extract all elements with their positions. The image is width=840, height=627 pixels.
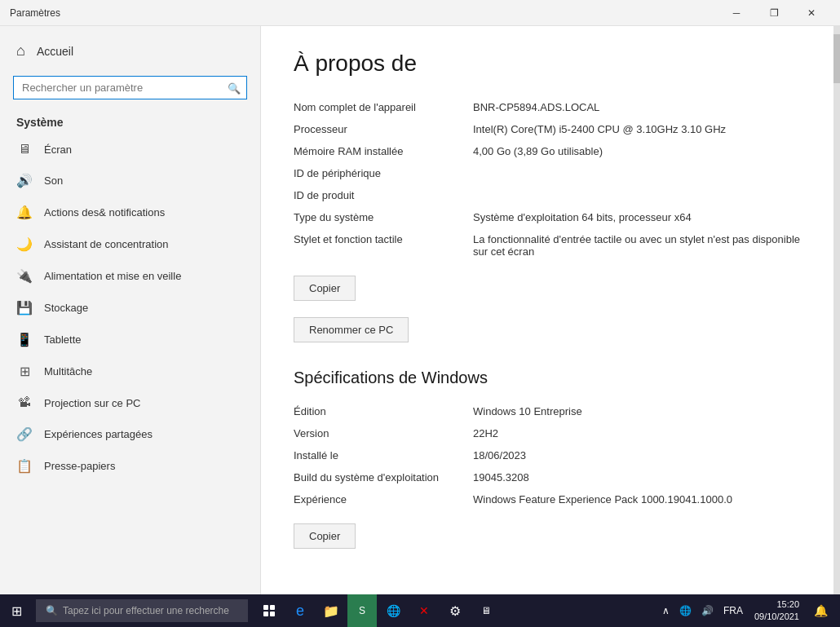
label-device-id: ID de périphérique bbox=[294, 167, 473, 179]
value-ram: 4,00 Go (3,89 Go utilisable) bbox=[473, 145, 801, 157]
label-processor: Processeur bbox=[294, 123, 473, 135]
sidebar-item-multitache[interactable]: ⊞ Multitâche bbox=[0, 355, 260, 387]
label-version: Version bbox=[294, 427, 473, 439]
copy-button-2[interactable]: Copier bbox=[294, 523, 356, 549]
value-experience: Windows Feature Experience Pack 1000.190… bbox=[473, 493, 801, 506]
sidebar-item-assistant[interactable]: 🌙 Assistant de concentration bbox=[0, 228, 260, 260]
sidebar-item-label: Tablette bbox=[44, 333, 82, 346]
svg-rect-3 bbox=[270, 612, 275, 616]
info-row: Type du système Système d'exploitation 6… bbox=[294, 206, 801, 228]
power-icon: 🔌 bbox=[16, 268, 33, 284]
label-experience: Expérience bbox=[294, 493, 473, 506]
ie-icon[interactable]: e bbox=[285, 594, 315, 627]
label-product-id: ID de produit bbox=[294, 189, 473, 201]
value-device-name: BNR-CP5894.ADS.LOCAL bbox=[473, 101, 801, 113]
sidebar-item-label: Écran bbox=[44, 144, 72, 156]
taskbar-time-display: 15:20 bbox=[754, 598, 799, 611]
projection-icon: 📽 bbox=[16, 395, 33, 410]
value-build: 19045.3208 bbox=[473, 471, 801, 483]
label-device-name: Nom complet de l'appareil bbox=[294, 101, 473, 113]
screen-icon: 🖥 bbox=[16, 142, 33, 157]
windows-info-section: Édition Windows 10 Entreprise Version 22… bbox=[294, 400, 801, 510]
sidebar-item-label: Multitâche bbox=[44, 365, 92, 378]
taskbar-date-display: 09/10/2021 bbox=[754, 611, 799, 623]
info-row: Édition Windows 10 Entreprise bbox=[294, 400, 801, 422]
chevron-up-icon[interactable]: ∧ bbox=[659, 603, 673, 618]
sidebar-item-presse-papiers[interactable]: 📋 Presse-papiers bbox=[0, 450, 260, 482]
sidebar-home[interactable]: ⌂ Accueil bbox=[0, 33, 260, 69]
tablet-icon: 📱 bbox=[16, 332, 33, 347]
home-icon: ⌂ bbox=[16, 42, 25, 60]
svg-rect-2 bbox=[263, 612, 268, 616]
minimize-button[interactable]: ─ bbox=[718, 0, 755, 26]
app1-icon[interactable]: S bbox=[347, 594, 377, 627]
label-ram: Mémoire RAM installée bbox=[294, 145, 473, 157]
copy-button-1[interactable]: Copier bbox=[294, 276, 356, 301]
sidebar-item-tablette[interactable]: 📱 Tablette bbox=[0, 324, 260, 355]
sidebar: ⌂ Accueil 🔍 Système 🖥 Écran 🔊 Son 🔔 Acti… bbox=[0, 26, 261, 594]
info-row: Mémoire RAM installée 4,00 Go (3,89 Go u… bbox=[294, 140, 801, 162]
network-icon[interactable]: 🌐 bbox=[676, 603, 695, 618]
sidebar-item-son[interactable]: 🔊 Son bbox=[0, 165, 260, 196]
value-processor: Intel(R) Core(TM) i5-2400 CPU @ 3.10GHz … bbox=[473, 123, 801, 135]
language-label[interactable]: FRA bbox=[720, 603, 746, 618]
title-bar: Paramètres ─ ❐ ✕ bbox=[0, 0, 840, 26]
value-stylus: La fonctionnalité d'entrée tactile ou av… bbox=[473, 233, 801, 258]
label-build: Build du système d'exploitation bbox=[294, 471, 473, 483]
svg-rect-0 bbox=[263, 605, 268, 610]
info-row: ID de périphérique bbox=[294, 162, 801, 184]
taskbar-search-icon: 🔍 bbox=[46, 605, 58, 616]
sidebar-item-ecran[interactable]: 🖥 Écran bbox=[0, 134, 260, 165]
label-installed: Installé le bbox=[294, 449, 473, 461]
sidebar-item-stockage[interactable]: 💾 Stockage bbox=[0, 292, 260, 324]
search-icon: 🔍 bbox=[228, 82, 241, 94]
info-row: Nom complet de l'appareil BNR-CP5894.ADS… bbox=[294, 96, 801, 118]
taskbar-app-icons: e 📁 S 🌐 ✕ ⚙ 🖥 bbox=[254, 594, 501, 627]
taskbar: ⊞ 🔍 Tapez ici pour effectuer une recherc… bbox=[0, 594, 840, 627]
sidebar-item-alimentation[interactable]: 🔌 Alimentation et mise en veille bbox=[0, 260, 260, 292]
task-view-icon[interactable] bbox=[254, 594, 284, 627]
taskbar-right: ∧ 🌐 🔊 FRA 15:20 09/10/2021 🔔 bbox=[652, 594, 840, 627]
sidebar-item-label: Projection sur ce PC bbox=[44, 397, 141, 409]
app-container: ⌂ Accueil 🔍 Système 🖥 Écran 🔊 Son 🔔 Acti… bbox=[0, 26, 840, 594]
notification-bell-icon[interactable]: 🔔 bbox=[807, 594, 833, 627]
app2-icon[interactable]: 🌐 bbox=[378, 594, 408, 627]
restore-button[interactable]: ❐ bbox=[755, 0, 793, 26]
share-icon: 🔗 bbox=[16, 426, 33, 442]
info-row: Version 22H2 bbox=[294, 422, 801, 444]
value-installed: 18/06/2023 bbox=[473, 449, 801, 461]
info-row: Stylet et fonction tactile La fonctionna… bbox=[294, 228, 801, 263]
sidebar-item-label: Presse-papiers bbox=[44, 460, 115, 472]
info-row: ID de produit bbox=[294, 184, 801, 206]
storage-icon: 💾 bbox=[16, 300, 33, 316]
app-title: Paramètres bbox=[10, 7, 60, 19]
rename-pc-button[interactable]: Renommer ce PC bbox=[294, 317, 409, 342]
search-input[interactable] bbox=[13, 76, 247, 99]
app4-icon[interactable]: 🖥 bbox=[471, 594, 501, 627]
scroll-thumb[interactable] bbox=[833, 34, 840, 83]
sidebar-item-notifications[interactable]: 🔔 Actions des& notifications bbox=[0, 196, 260, 228]
sidebar-item-label: Assistant de concentration bbox=[44, 238, 168, 250]
taskbar-search[interactable]: 🔍 Tapez ici pour effectuer une recherche bbox=[36, 599, 248, 622]
clipboard-icon: 📋 bbox=[16, 458, 33, 474]
close-button[interactable]: ✕ bbox=[793, 0, 830, 26]
folder-icon[interactable]: 📁 bbox=[316, 594, 346, 627]
info-row: Build du système d'exploitation 19045.32… bbox=[294, 466, 801, 488]
value-system-type: Système d'exploitation 64 bits, processe… bbox=[473, 211, 801, 223]
sidebar-item-experiences[interactable]: 🔗 Expériences partagées bbox=[0, 418, 260, 450]
notification-icon: 🔔 bbox=[16, 205, 33, 220]
label-stylus: Stylet et fonction tactile bbox=[294, 233, 473, 245]
volume-icon[interactable]: 🔊 bbox=[698, 603, 717, 618]
app3-icon[interactable]: ✕ bbox=[409, 594, 439, 627]
main-content: À propos de Nom complet de l'appareil BN… bbox=[261, 26, 833, 594]
scrollbar[interactable] bbox=[833, 26, 840, 594]
start-button[interactable]: ⊞ bbox=[0, 594, 33, 627]
sidebar-item-projection[interactable]: 📽 Projection sur ce PC bbox=[0, 387, 260, 418]
taskbar-datetime[interactable]: 15:20 09/10/2021 bbox=[749, 597, 804, 625]
info-row: Expérience Windows Feature Experience Pa… bbox=[294, 488, 801, 510]
label-edition: Édition bbox=[294, 405, 473, 417]
sidebar-item-label: Actions des& notifications bbox=[44, 206, 165, 219]
info-row: Installé le 18/06/2023 bbox=[294, 444, 801, 466]
home-label: Accueil bbox=[37, 45, 73, 58]
settings-taskbar-icon[interactable]: ⚙ bbox=[440, 594, 470, 627]
